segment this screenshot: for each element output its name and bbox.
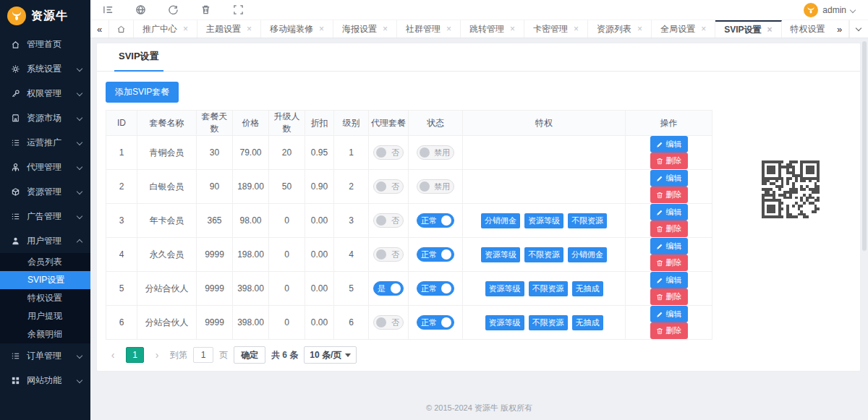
delete-button[interactable]: 删除 [650,322,688,339]
cell-price: 198.00 [233,238,269,272]
tab-close-icon[interactable]: × [446,25,451,33]
tab-海报设置[interactable]: 海报设置× [333,20,397,38]
status-toggle[interactable]: 正常 [417,213,454,228]
tab-close-icon[interactable]: × [510,25,515,33]
cell-discount: 0.95 [305,136,334,170]
sidebar-item-代理管理[interactable]: 代理管理 [0,155,90,179]
privilege-badge: 不限资源 [568,213,607,228]
privilege-badge: 不限资源 [529,315,568,330]
tab-close-icon[interactable]: × [319,25,324,33]
trash-icon[interactable] [200,4,211,16]
tab-社群管理[interactable]: 社群管理× [397,20,461,38]
status-toggle[interactable]: 禁用 [417,145,454,160]
tab-close-icon[interactable]: × [383,25,388,33]
agent-toggle[interactable]: 否 [373,179,404,194]
chevron-down-icon [77,90,82,96]
per-page-select[interactable]: 10 条/页 [304,346,357,364]
list-icon [10,351,20,361]
edit-button[interactable]: 编辑 [650,136,688,153]
globe-icon[interactable] [135,4,146,16]
tab-跳转管理[interactable]: 跳转管理× [461,20,524,38]
delete-button[interactable]: 删除 [650,220,688,237]
sidebar-item-资源管理[interactable]: 资源管理 [0,179,90,204]
column-header-套餐名称: 套餐名称 [137,111,197,136]
confirm-page-button[interactable]: 确定 [234,346,265,364]
edit-button[interactable]: 编辑 [650,306,688,322]
agent-toggle[interactable]: 否 [373,315,404,330]
submenu-item-SVIP设置[interactable]: SVIP设置 [0,271,90,289]
delete-button[interactable]: 删除 [650,288,688,305]
current-page-button[interactable]: 1 [126,347,144,363]
sidebar-item-系统设置[interactable]: 系统设置 [0,56,90,81]
cell-days: 9999 [197,306,233,340]
user-menu[interactable]: admin [804,3,856,17]
sidebar-nav: 管理首页系统设置权限管理资源市场运营推广代理管理资源管理广告管理用户管理会员列表… [0,32,90,393]
prev-page-icon[interactable]: ‹ [106,347,120,363]
sidebar-item-管理首页[interactable]: 管理首页 [0,32,90,56]
chevron-down-icon [77,115,82,121]
tab-特权设置[interactable]: 特权设置× [782,20,830,38]
next-page-icon[interactable]: › [150,347,164,363]
tab-close-icon[interactable]: × [637,25,642,33]
privilege-badge: 无抽成 [572,315,603,330]
cell-price: 189.00 [233,170,269,204]
sidebar-item-网站功能[interactable]: 网站功能 [0,368,90,393]
status-toggle[interactable]: 禁用 [417,179,454,194]
agent-toggle[interactable]: 是 [373,281,404,296]
tab-全局设置[interactable]: 全局设置× [652,20,715,38]
fullscreen-icon[interactable] [232,4,244,16]
home-tab[interactable] [109,20,134,38]
cell-discount: 0.00 [305,204,334,238]
sidebar-item-广告管理[interactable]: 广告管理 [0,204,90,228]
tab-close-icon[interactable]: × [574,25,579,33]
refresh-icon[interactable] [167,4,179,16]
delete-button[interactable]: 删除 [650,187,688,203]
tab-close-icon[interactable]: × [247,25,252,33]
svip-card: SVIP设置 添加SVIP套餐 ID套餐名称套餐天数价格升级人数折扣级别代理套餐… [96,43,861,372]
sidebar-item-用户管理[interactable]: 用户管理 [0,228,90,253]
submenu-item-用户提现[interactable]: 用户提现 [0,307,90,325]
tab-卡密管理[interactable]: 卡密管理× [524,20,588,38]
tab-SVIP设置[interactable]: SVIP设置× [715,20,781,38]
chevron-down-icon [850,7,856,12]
edit-button[interactable]: 编辑 [650,272,688,288]
agent-toggle[interactable]: 否 [373,247,404,262]
submenu-item-特权设置[interactable]: 特权设置 [0,289,90,307]
agent-toggle[interactable]: 否 [373,213,404,228]
cell-upgrade: 0 [269,204,305,238]
edit-button[interactable]: 编辑 [650,204,688,220]
tab-资源列表[interactable]: 资源列表× [588,20,652,38]
tab-移动端装修[interactable]: 移动端装修× [261,20,333,38]
tab-close-icon[interactable]: × [701,25,706,33]
submenu-item-余额明细[interactable]: 余额明细 [0,325,90,343]
add-svip-button[interactable]: 添加SVIP套餐 [106,82,179,103]
submenu-item-会员列表[interactable]: 会员列表 [0,253,90,271]
cell-name: 分站合伙人 [137,272,197,306]
cell-days: 9999 [197,272,233,306]
list-icon [10,137,20,147]
tabs-scroll-left-icon[interactable]: « [90,20,109,38]
status-toggle[interactable]: 正常 [417,315,454,330]
sidebar-item-订单管理[interactable]: 订单管理 [0,343,90,368]
status-toggle[interactable]: 正常 [417,247,454,262]
delete-button[interactable]: 删除 [650,153,688,169]
tab-close-icon[interactable]: × [183,25,188,33]
status-toggle[interactable]: 正常 [417,281,454,296]
sidebar-item-运营推广[interactable]: 运营推广 [0,130,90,155]
edit-button[interactable]: 编辑 [650,238,688,254]
scrollbar[interactable] [862,41,867,251]
edit-button[interactable]: 编辑 [650,170,688,187]
delete-button[interactable]: 删除 [650,254,688,271]
menu-collapse-icon[interactable] [102,4,114,16]
tab-推广中心[interactable]: 推广中心× [134,20,197,38]
cell-discount: 0.00 [305,238,334,272]
tabs-scroll-right-icon[interactable]: » [830,20,849,38]
sidebar-item-资源市场[interactable]: 资源市场 [0,106,90,130]
tab-close-icon[interactable]: × [767,25,773,34]
sidebar-item-权限管理[interactable]: 权限管理 [0,81,90,106]
tabs-menu-icon[interactable] [849,20,868,38]
tab-主题设置[interactable]: 主题设置× [197,20,261,38]
page-number-input[interactable] [193,347,213,363]
agent-toggle[interactable]: 否 [373,145,404,160]
column-header-套餐天数: 套餐天数 [197,111,233,136]
